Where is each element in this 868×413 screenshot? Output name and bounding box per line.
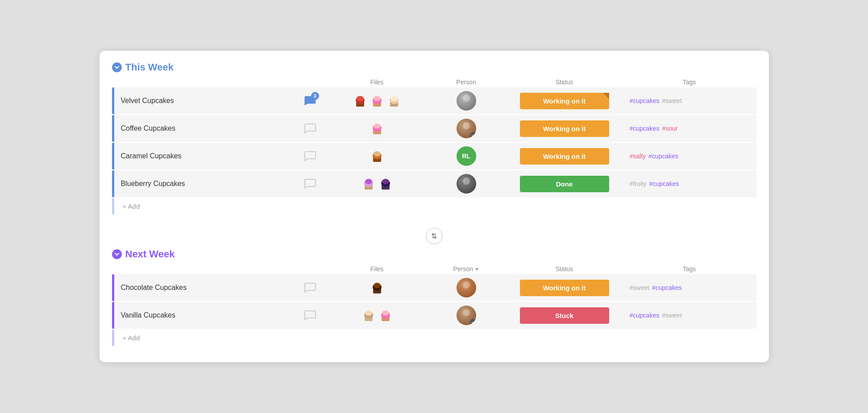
tag: #cupcakes [652, 284, 682, 291]
col-header-tags: Tags [623, 78, 756, 86]
status-cell[interactable]: Stuck [507, 307, 623, 324]
comment-icon[interactable] [303, 149, 317, 163]
avatar [457, 119, 476, 138]
col-header-status: Status [507, 78, 623, 86]
file-thumbnail [370, 149, 385, 164]
section-title: Next Week [125, 248, 175, 260]
status-badge[interactable]: Stuck [520, 307, 609, 324]
column-headers: Files Person Status Tags [112, 77, 756, 87]
tags-cell: #cupcakes#sweet [623, 312, 756, 319]
status-cell[interactable]: Done [507, 176, 623, 192]
status-cell[interactable]: Working on it [507, 120, 623, 137]
tag: #sweet [662, 312, 681, 319]
add-row-button[interactable]: + Add [112, 330, 756, 346]
row-bar [112, 87, 114, 114]
status-cell[interactable]: Working on it [507, 148, 623, 165]
status-badge[interactable]: Working on it [520, 93, 609, 109]
svg-point-17 [375, 124, 379, 127]
comment-cell[interactable] [292, 177, 328, 191]
tags-cell: #fruity#cupcakes [623, 180, 756, 187]
tags-cell: #sweet#cupcakes [623, 284, 756, 291]
tag: #cupcakes [630, 97, 660, 104]
tag: #cupcakes [648, 153, 678, 160]
row-title: Blueberry Cupcakes [112, 180, 292, 188]
status-badge[interactable]: Working on it [520, 148, 609, 165]
avatar [457, 306, 476, 325]
comment-cell[interactable] [292, 281, 328, 295]
section-this-week: This Week Files Person Status Tags Velve… [112, 62, 756, 215]
table-row: Velvet Cupcakes 3 [112, 87, 756, 114]
comment-icon[interactable] [303, 121, 317, 136]
add-bar [112, 330, 114, 346]
person-cell [426, 278, 507, 297]
files-cell [328, 149, 426, 164]
dropdown-arrow[interactable]: ▼ [475, 267, 479, 272]
collapse-button[interactable] [112, 249, 122, 259]
col-header-name [125, 78, 292, 86]
svg-point-48 [463, 309, 470, 316]
tag: #cupcakes [630, 312, 660, 319]
comment-icon[interactable] [303, 177, 317, 191]
file-thumbnail [378, 176, 393, 191]
status-badge[interactable]: Done [520, 176, 609, 192]
row-bar [112, 274, 114, 301]
row-title: Chocolate Cupcakes [112, 284, 292, 292]
main-card: This Week Files Person Status Tags Velve… [100, 51, 769, 362]
tag: #fruity [630, 180, 647, 187]
add-row-button[interactable]: + Add [112, 198, 756, 215]
row-bar [112, 302, 114, 329]
comment-button[interactable]: 3 [303, 94, 317, 108]
status-cell[interactable]: Working on it [507, 93, 623, 109]
col-header-status: Status [507, 265, 623, 273]
col-header-files: Files [328, 78, 426, 86]
comment-badge: 3 [311, 92, 319, 100]
sort-button[interactable]: ⇅ [426, 228, 442, 244]
file-thumbnail [361, 176, 376, 191]
chevron-down-icon [114, 65, 120, 70]
comment-icon[interactable] [303, 281, 317, 295]
row-title: Vanilla Cupcakes [112, 311, 292, 319]
comment-cell[interactable] [292, 121, 328, 136]
files-cell [328, 308, 426, 323]
avatar: RL [457, 146, 476, 166]
row-title: Coffee Cupcakes [112, 124, 292, 132]
status-badge[interactable]: Working on it [520, 280, 609, 296]
status-badge[interactable]: Working on it [520, 120, 609, 137]
svg-point-3 [358, 96, 362, 99]
table-row: Chocolate Cupcakes Working on it #sweet#… [112, 274, 756, 301]
svg-point-12 [463, 95, 470, 102]
svg-point-37 [375, 283, 379, 286]
col-header-name [125, 265, 292, 273]
table-row: Caramel Cupcakes RL Working on it #salty… [112, 143, 756, 169]
person-cell [426, 91, 507, 111]
file-thumbnail [370, 93, 385, 108]
avatar [457, 278, 476, 297]
col-header-person: Person ▼ [426, 265, 507, 273]
tag: #sweet [662, 97, 681, 104]
status-cell[interactable]: Working on it [507, 280, 623, 296]
row-title: Velvet Cupcakes [112, 97, 292, 105]
section-header: This Week [112, 62, 756, 73]
collapse-button[interactable] [112, 62, 122, 72]
comment-cell[interactable]: 3 [292, 94, 328, 108]
row-bar [112, 115, 114, 142]
svg-point-18 [463, 122, 470, 129]
file-thumbnail [353, 93, 368, 108]
comment-cell[interactable] [292, 149, 328, 163]
tag: #cupcakes [649, 180, 679, 187]
files-cell [328, 121, 426, 136]
files-cell [328, 280, 426, 295]
file-thumbnail [386, 93, 402, 108]
divider-area: ⇅ [112, 220, 756, 248]
comment-cell[interactable] [292, 308, 328, 322]
svg-point-47 [383, 311, 388, 314]
table-row: Coffee Cupcakes Working on it #cupcakes#… [112, 115, 756, 142]
svg-point-43 [366, 311, 371, 314]
svg-point-32 [463, 178, 470, 185]
col-header-files: Files [328, 265, 426, 273]
col-header-person: Person [426, 78, 507, 86]
table-row: Blueberry Cupcakes Done #fruity#cupcakes [112, 170, 756, 197]
section-header: Next Week [112, 248, 756, 260]
comment-icon[interactable] [303, 308, 317, 322]
person-cell: RL [426, 146, 507, 166]
